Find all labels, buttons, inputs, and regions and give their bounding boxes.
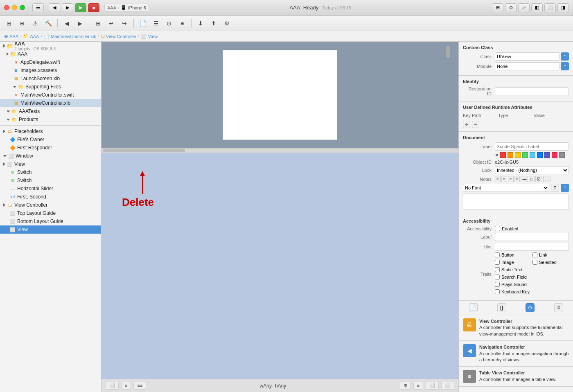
view-issues-btn[interactable]: ⚠ bbox=[29, 18, 41, 28]
sidebar-window[interactable]: ⬜ Window bbox=[0, 152, 101, 160]
auto-layout-btn[interactable]: ⊞ bbox=[400, 382, 411, 390]
sidebar-switch2[interactable]: ⚙ Switch bbox=[0, 176, 101, 185]
align-btn[interactable]: ≡ bbox=[413, 382, 423, 390]
breadcrumb-home[interactable]: ◉ AAA bbox=[4, 34, 18, 39]
notes-dash[interactable]: — bbox=[521, 176, 528, 182]
swatch-gray[interactable] bbox=[559, 152, 565, 158]
notes-align-center[interactable]: ≡ bbox=[501, 176, 507, 182]
doc-lock-select[interactable]: Inherited - (Nothing) bbox=[495, 166, 569, 174]
font-size-btn[interactable]: T bbox=[551, 184, 559, 192]
indent-btn[interactable]: ↩ bbox=[106, 18, 117, 28]
notes-align-right[interactable]: ≡ bbox=[508, 176, 514, 182]
class-stepper[interactable]: ⌃ bbox=[561, 52, 569, 61]
acc-enabled-checkbox[interactable] bbox=[495, 226, 500, 231]
acc-label-input[interactable] bbox=[495, 233, 569, 241]
sidebar-supporting-files[interactable]: 📁 Supporting Files bbox=[0, 83, 101, 91]
remove-attribute-btn[interactable]: − bbox=[472, 121, 479, 128]
sidebar-view-group[interactable]: ⬜ View bbox=[0, 160, 101, 168]
history-btn[interactable]: ≡ bbox=[176, 18, 188, 28]
sidebar-root[interactable]: 📁 AAA 2 targets, iOS SDK 8.3 bbox=[0, 42, 101, 50]
doc-btn[interactable]: 📄 bbox=[137, 18, 149, 28]
notes-more[interactable]: … bbox=[543, 176, 550, 182]
sidebar-switch1[interactable]: ⚙ Switch bbox=[0, 168, 101, 176]
swatch-close-icon[interactable]: ✕ bbox=[495, 153, 499, 158]
download-btn[interactable]: ⬇ bbox=[195, 18, 206, 28]
swatch-pink[interactable] bbox=[552, 152, 557, 158]
sidebar-placeholders[interactable]: 🗂 Placeholders bbox=[0, 127, 101, 135]
panel-bottom-btn[interactable]: ⬜ bbox=[544, 3, 556, 12]
editor-btn[interactable]: ⊞ bbox=[492, 3, 503, 12]
swatch-lightblue[interactable] bbox=[530, 152, 535, 158]
swatch-red[interactable] bbox=[500, 152, 506, 158]
sidebar-aaa-group[interactable]: 📁 AAA bbox=[0, 50, 101, 58]
close-button[interactable] bbox=[4, 5, 9, 10]
breadcrumb-xib-item[interactable]: 📄 MainViewController.xib bbox=[44, 34, 97, 39]
bottom-icon-list[interactable]: ≡ bbox=[554, 303, 563, 312]
trait-keyboard-key-check[interactable] bbox=[495, 289, 500, 294]
bottom-icon-file[interactable]: 📄 bbox=[469, 303, 478, 312]
list-btn[interactable]: ☰ bbox=[150, 18, 162, 28]
sidebar-firstsecond[interactable]: 1 2 First, Second bbox=[0, 193, 101, 201]
trait-button-check[interactable] bbox=[495, 252, 500, 257]
share-btn[interactable]: ⬆ bbox=[208, 18, 219, 28]
run-btn[interactable]: ▶ bbox=[75, 3, 86, 12]
add-attribute-btn[interactable]: + bbox=[463, 121, 470, 128]
notes-justify[interactable]: ≡ bbox=[514, 176, 520, 182]
pin-btn[interactable]: ⬜ bbox=[426, 382, 439, 390]
breadcrumb-aaa2-item[interactable]: 📁 AAA bbox=[23, 34, 39, 39]
add-btn[interactable]: ⊕ bbox=[16, 18, 28, 28]
trait-selected-check[interactable] bbox=[532, 260, 537, 265]
forward-btn[interactable]: ▶ bbox=[62, 3, 73, 12]
doc-label-input[interactable] bbox=[495, 142, 569, 151]
compare-btn[interactable]: ⊙ bbox=[163, 18, 175, 28]
back-nav-btn[interactable]: ◀ bbox=[61, 18, 72, 28]
class-input[interactable] bbox=[495, 52, 560, 61]
sidebar-filesowner[interactable]: 🔷 File's Owner bbox=[0, 135, 101, 144]
sidebar-mainvc-swift[interactable]: S MainViewController.swift bbox=[0, 91, 101, 99]
sidebar-top-layout[interactable]: ⬜ Top Layout Guide bbox=[0, 209, 101, 217]
build-btn[interactable]: 🔨 bbox=[43, 18, 54, 28]
sidebar-vc-group[interactable]: ⊡ View Controller bbox=[0, 201, 101, 209]
breadcrumb-vc-item[interactable]: ⊡ View Controller bbox=[101, 34, 136, 39]
breadcrumb-view-item[interactable]: ⬜ View bbox=[141, 34, 158, 39]
resolve-btn[interactable]: ⬜ bbox=[441, 382, 454, 390]
back-forward-btn[interactable]: ⇌ bbox=[518, 3, 530, 12]
font-stepper[interactable]: ⌃ bbox=[561, 184, 569, 192]
trait-link-check[interactable] bbox=[532, 252, 537, 257]
layout-btn[interactable]: ⊞ bbox=[92, 18, 104, 28]
stop-btn[interactable]: ■ bbox=[88, 3, 99, 12]
notes-list[interactable]: □ bbox=[529, 176, 535, 182]
sidebar-bottom-layout[interactable]: ⬜ Bottom Layout Guide bbox=[0, 217, 101, 225]
panel-right-btn[interactable]: ◨ bbox=[557, 3, 569, 12]
sidebar-view-item[interactable]: ⬜ View bbox=[0, 225, 101, 234]
gear-btn[interactable]: ⚙ bbox=[221, 18, 232, 28]
canvas-scrollbar[interactable] bbox=[102, 148, 458, 153]
trait-image-check[interactable] bbox=[495, 260, 500, 265]
acc-hint-input[interactable] bbox=[495, 243, 569, 251]
sidebar-firstresponder[interactable]: 🔶 First Responder bbox=[0, 144, 101, 152]
swatch-green[interactable] bbox=[522, 152, 528, 158]
forward-nav-btn[interactable]: ▶ bbox=[74, 18, 86, 28]
version-btn[interactable]: ⊙ bbox=[505, 3, 517, 12]
sidebar-mainvc-xib[interactable]: ▤ MainViewController.xib bbox=[0, 99, 101, 107]
sidebar-appdelegate[interactable]: S AppDelegate.swift bbox=[0, 58, 101, 66]
sidebar-hslider[interactable]: — Horizontal Slider bbox=[0, 185, 101, 193]
restoration-input[interactable] bbox=[495, 87, 569, 95]
panel-left-btn[interactable]: ◧ bbox=[531, 3, 543, 12]
trait-searchfield-check[interactable] bbox=[495, 275, 500, 279]
bottom-icon-code[interactable]: {} bbox=[497, 303, 506, 312]
swatch-orange[interactable] bbox=[508, 152, 513, 158]
module-input[interactable] bbox=[495, 62, 560, 70]
zoom-btn[interactable]: ≡≡ bbox=[133, 382, 146, 390]
outdent-btn[interactable]: ↪ bbox=[119, 18, 130, 28]
notes-checklist[interactable]: ☑ bbox=[535, 176, 542, 182]
module-stepper[interactable]: ⌃ bbox=[561, 62, 569, 70]
sidebar-products[interactable]: 📁 Products bbox=[0, 115, 101, 124]
sidebar-images[interactable]: ⊞ Images.xcassets bbox=[0, 66, 101, 74]
sidebar-launchscreen[interactable]: ▤ LaunchScreen.xib bbox=[0, 74, 101, 83]
back-btn[interactable]: ◀ bbox=[49, 3, 60, 12]
bottom-icon-id[interactable]: ⊙ bbox=[526, 303, 535, 312]
maximize-button[interactable] bbox=[20, 5, 25, 10]
swatch-purple[interactable] bbox=[544, 152, 550, 158]
notes-align-left[interactable]: ≡ bbox=[495, 176, 501, 182]
